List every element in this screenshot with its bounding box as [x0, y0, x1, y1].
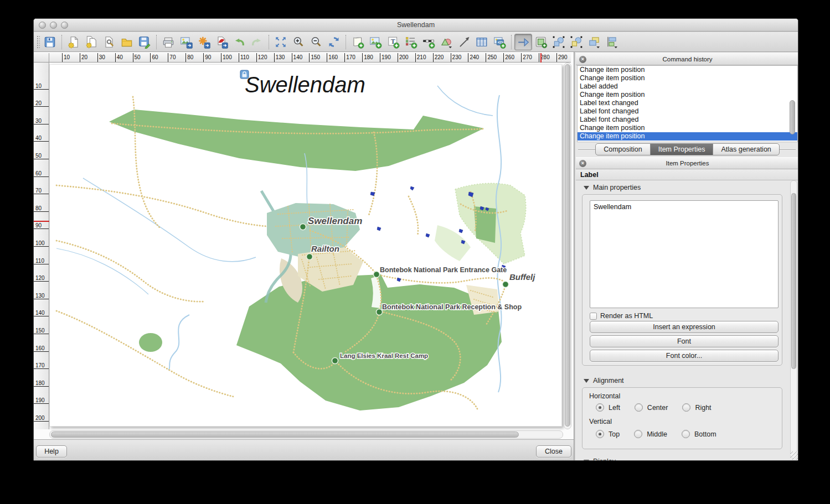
select-move-item-icon[interactable]: [514, 34, 532, 50]
collapse-triangle-icon: [584, 186, 589, 190]
open-folder-icon[interactable]: [118, 34, 136, 50]
composition-title-label[interactable]: Swellendam: [245, 72, 365, 97]
close-panel-icon[interactable]: ×: [579, 56, 586, 63]
zoom-full-icon[interactable]: [272, 34, 290, 50]
render-as-html-checkbox[interactable]: [590, 313, 597, 320]
display-section-header[interactable]: Display: [584, 458, 616, 460]
add-new-scalebar-icon[interactable]: [420, 34, 437, 50]
map-label-gate: Bontebok National Park Entrance Gate: [380, 266, 507, 274]
radio-middle[interactable]: [634, 430, 642, 438]
add-new-label-icon[interactable]: T: [384, 34, 402, 50]
composition-manager-icon[interactable]: [100, 34, 118, 50]
item-properties-scrollbar-thumb[interactable]: [791, 193, 796, 369]
map-label-buffel: Buffelj: [509, 272, 535, 282]
command-history-header: × Command history: [576, 53, 798, 65]
export-as-svg-icon[interactable]: [195, 34, 213, 50]
zoom-out-icon[interactable]: [307, 34, 325, 50]
history-item[interactable]: Change item position: [578, 124, 797, 132]
tab-atlas-generation[interactable]: Atlas generation: [713, 143, 779, 155]
add-image-icon[interactable]: [367, 34, 384, 50]
export-as-image-icon[interactable]: [177, 34, 195, 50]
undo-icon[interactable]: [230, 34, 248, 50]
group-items-icon[interactable]: [550, 34, 568, 50]
add-attribute-table-icon[interactable]: [473, 34, 491, 50]
close-panel-icon[interactable]: ×: [579, 160, 586, 167]
composition-page[interactable]: Swellendam Railton Bontebok National Par…: [49, 64, 562, 427]
redo-icon[interactable]: [248, 34, 266, 50]
history-item[interactable]: Change item position: [578, 74, 797, 82]
label-text-input[interactable]: Swellendam: [590, 200, 779, 308]
help-button[interactable]: Help: [36, 445, 67, 458]
map-label-railton: Railton: [311, 244, 339, 253]
history-item[interactable]: Label text changed: [578, 99, 797, 107]
map-item[interactable]: Swellendam Railton Bontebok National Par…: [50, 65, 562, 427]
composition-canvas: 1020304050607080901001101201301401501601…: [34, 52, 574, 460]
toolbar-separator: [346, 35, 346, 49]
map-national-park-polygon: [236, 274, 502, 411]
radio-left[interactable]: [596, 403, 604, 412]
item-locked-icon: [240, 70, 249, 79]
add-new-legend-icon[interactable]: [402, 34, 420, 50]
item-type-bar: Label: [576, 169, 798, 180]
duplicate-composition-icon[interactable]: [83, 34, 100, 50]
horizontal-ruler-cursor-marker: [540, 53, 542, 63]
add-arrow-icon[interactable]: [455, 34, 473, 50]
history-item-selected[interactable]: Change item position: [578, 132, 797, 141]
history-item[interactable]: Change item position: [578, 66, 797, 74]
radio-middle-label: Middle: [647, 430, 667, 438]
radio-right[interactable]: [682, 403, 690, 412]
new-composition-icon[interactable]: [65, 34, 83, 50]
font-color-button[interactable]: Font color...: [590, 350, 779, 362]
canvas-horizontal-scrollbar-thumb[interactable]: [51, 432, 519, 438]
align-items-icon[interactable]: [603, 34, 621, 50]
history-scrollbar-thumb[interactable]: [790, 100, 795, 134]
item-properties-title: Item Properties: [666, 160, 709, 167]
composer-toolbar: T </>: [34, 32, 798, 52]
history-item[interactable]: Label added: [578, 82, 797, 91]
add-html-frame-icon[interactable]: </>: [491, 34, 508, 50]
horizontal-label: Horizontal: [589, 392, 620, 400]
add-new-map-icon[interactable]: [349, 34, 367, 50]
map-mountain-band-polygon: [109, 110, 484, 171]
vertical-ruler: 1020304050607080901001101201301401501601…: [34, 63, 49, 429]
ruler-corner: [34, 53, 49, 63]
alignment-group: Horizontal Left Center Right Vertical To…: [582, 387, 782, 449]
insert-expression-button[interactable]: Insert an expression: [590, 321, 779, 333]
radio-bottom[interactable]: [682, 430, 690, 438]
dialog-button-bar: Help Close: [34, 439, 574, 461]
toolbar-drag-handle: [37, 35, 40, 49]
canvas-vertical-scrollbar-thumb[interactable]: [565, 64, 570, 427]
window-title: Swellendam: [34, 21, 798, 29]
history-item[interactable]: Label font changed: [578, 116, 797, 124]
raise-selected-items-icon[interactable]: [585, 34, 603, 50]
canvas-horizontal-scrollbar[interactable]: [49, 430, 563, 439]
history-item[interactable]: Label font changed: [578, 107, 797, 116]
font-button[interactable]: Font: [590, 335, 779, 347]
titlebar[interactable]: Swellendam: [34, 19, 798, 32]
tab-item-properties[interactable]: Item Properties: [650, 143, 714, 155]
history-item[interactable]: Change item position: [578, 91, 797, 99]
save-project-icon[interactable]: [41, 34, 59, 50]
add-shape-icon[interactable]: [437, 34, 455, 50]
map-label-camp: Lang Elsies Kraal Rest Camp: [340, 352, 428, 359]
vertical-label: Vertical: [589, 418, 612, 425]
command-history-list[interactable]: Change item position Change item positio…: [577, 65, 798, 142]
move-item-content-icon[interactable]: [532, 34, 550, 50]
export-as-pdf-icon[interactable]: [213, 34, 230, 50]
radio-center[interactable]: [635, 403, 643, 412]
save-as-template-icon[interactable]: [136, 34, 153, 50]
ungroup-items-icon[interactable]: [568, 34, 585, 50]
refresh-view-icon[interactable]: [325, 34, 343, 50]
zoom-in-icon[interactable]: [290, 34, 307, 50]
toolbar-separator: [269, 35, 269, 49]
item-properties-scrollbar[interactable]: [790, 180, 797, 459]
tab-composition[interactable]: Composition: [595, 143, 650, 155]
close-button[interactable]: Close: [536, 445, 571, 458]
main-properties-section-header[interactable]: Main properties: [584, 184, 641, 191]
vertical-radio-row: Top Middle Bottom: [596, 430, 716, 438]
alignment-section-header[interactable]: Alignment: [584, 377, 624, 385]
print-icon[interactable]: [159, 34, 177, 50]
canvas-vertical-scrollbar[interactable]: [564, 63, 571, 429]
radio-top[interactable]: [596, 430, 604, 438]
window-resize-grip[interactable]: [790, 451, 798, 460]
